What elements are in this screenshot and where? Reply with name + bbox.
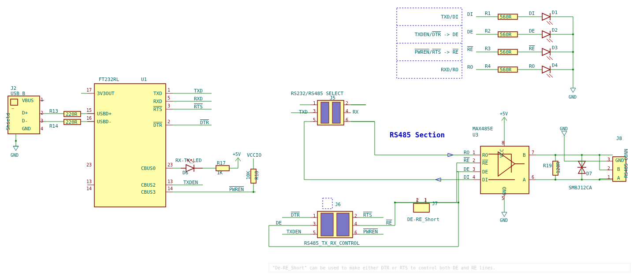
svg-text:220R: 220R: [66, 119, 78, 125]
svg-text:5: 5: [168, 96, 170, 100]
svg-text:TXDEN: TXDEN: [287, 229, 301, 235]
svg-text:4: 4: [41, 126, 43, 131]
svg-text:D4: D4: [552, 63, 558, 68]
svg-text:Shield: Shield: [5, 113, 11, 130]
svg-marker-147: [542, 48, 550, 55]
usb-connector: J2 USB_B ⎓ VBUS D+ D- GND Shield 1 2 3 4…: [5, 85, 44, 158]
svg-text:DE: DE: [482, 169, 488, 175]
svg-point-316: [599, 179, 600, 181]
svg-rect-268: [413, 203, 429, 212]
svg-marker-134: [542, 31, 550, 38]
svg-text:GND: GND: [560, 126, 568, 131]
svg-text:GND: GND: [22, 126, 31, 132]
svg-point-168: [572, 51, 574, 53]
u1-output-nets: TXD RXD RTS DTR: [173, 88, 212, 125]
svg-text:RX-TX_LED: RX-TX_LED: [175, 158, 202, 163]
svg-text:4: 4: [473, 175, 475, 180]
svg-rect-241: [337, 213, 349, 236]
svg-text:15: 15: [86, 108, 92, 113]
svg-rect-175: [321, 102, 329, 123]
svg-text:RE: RE: [467, 47, 473, 52]
j6-control: J6 12 34 56 DTR RTS DE RE TXDEN PWREN RS…: [269, 163, 458, 247]
svg-text:2: 2: [416, 198, 419, 203]
svg-point-286: [555, 179, 556, 181]
svg-text:13: 13: [86, 179, 92, 184]
svg-text:DTR: DTR: [200, 120, 209, 125]
svg-text:⎓: ⎓: [11, 106, 14, 111]
svg-text:R19: R19: [543, 163, 552, 169]
svg-text:GND: GND: [569, 95, 577, 99]
svg-text:DI: DI: [467, 11, 473, 17]
svg-text:DE-RE_Short: DE-RE_Short: [407, 217, 439, 222]
svg-text:5: 5: [502, 196, 504, 201]
led-row-3: RO R4 560R RO D4: [467, 63, 573, 77]
svg-text:3V3OUT: 3V3OUT: [97, 91, 115, 96]
svg-text:8: 8: [502, 140, 504, 145]
u1-ref: U1: [141, 77, 147, 82]
svg-text:D3: D3: [552, 45, 558, 51]
led-row-2: RE R3 560R RE D3: [467, 45, 573, 60]
svg-text:VCC: VCC: [499, 149, 505, 158]
svg-text:3: 3: [41, 118, 43, 123]
svg-point-293: [581, 154, 583, 156]
svg-text:TXD: TXD: [299, 109, 308, 115]
svg-text:RS485 CONN: RS485 CONN: [623, 149, 629, 178]
svg-text:2: 2: [473, 158, 475, 163]
svg-point-169: [572, 69, 574, 70]
svg-text:DE: DE: [276, 220, 282, 226]
svg-text:13: 13: [168, 179, 173, 184]
svg-text:CBUS3: CBUS3: [141, 189, 156, 195]
svg-text:+5V: +5V: [500, 111, 508, 116]
svg-text:R2: R2: [485, 28, 491, 34]
svg-text:1: 1: [168, 88, 170, 92]
svg-rect-176: [332, 102, 340, 123]
svg-text:U3: U3: [473, 132, 478, 138]
svg-text:RE: RE: [464, 158, 469, 163]
svg-text:RXD/RO: RXD/RO: [441, 67, 458, 73]
svg-text:DI: DI: [529, 11, 535, 16]
svg-text:RE: RE: [529, 46, 535, 52]
svg-text:1: 1: [41, 97, 43, 102]
svg-text:VCCIO: VCCIO: [247, 152, 261, 158]
svg-rect-240: [321, 213, 333, 236]
svg-text:RS485_TX_RX_CONTROL: RS485_TX_RX_CONTROL: [304, 240, 360, 246]
svg-text:DTR: DTR: [153, 122, 162, 128]
svg-text:MAX485E: MAX485E: [473, 126, 493, 132]
svg-text:TXDEN/DTR -> DE: TXDEN/DTR -> DE: [415, 32, 458, 37]
svg-text:J7: J7: [432, 201, 438, 206]
led-row-1: DE R2 560R DE D2: [467, 27, 573, 42]
svg-text:R13: R13: [49, 108, 58, 114]
svg-text:1K: 1K: [217, 170, 223, 176]
svg-text:R14: R14: [49, 123, 58, 129]
svg-text:RTS: RTS: [153, 107, 162, 112]
svg-text:RO: RO: [482, 152, 488, 158]
svg-text:14: 14: [86, 186, 92, 191]
svg-text:+5V: +5V: [233, 152, 241, 157]
svg-text:R3: R3: [485, 46, 491, 52]
svg-text:SMBJ12CA: SMBJ12CA: [569, 185, 592, 191]
schematic-canvas: J2 USB_B ⎓ VBUS D+ D- GND Shield 1 2 3 4…: [0, 0, 644, 280]
svg-text:560R: 560R: [500, 14, 512, 20]
svg-rect-237: [323, 198, 332, 209]
svg-text:DE: DE: [529, 28, 535, 34]
svg-marker-160: [542, 66, 550, 73]
svg-text:RX: RX: [353, 109, 359, 115]
rs485-output: R19 120R D7 SMBJ12CA GND J8 RS485 CONN 3…: [536, 126, 629, 191]
svg-text:RTS: RTS: [194, 104, 203, 110]
svg-text:RE: RE: [482, 160, 488, 166]
svg-text:D6: D6: [182, 170, 188, 176]
svg-point-16: [15, 140, 17, 142]
svg-text:14: 14: [168, 186, 173, 191]
svg-text:560R: 560R: [500, 32, 512, 37]
rx-tx-led-circuit: 23 D6 RX-TX_LED R17 1K +5V: [168, 152, 241, 176]
svg-text:RTS: RTS: [363, 212, 372, 218]
svg-text:RXD: RXD: [194, 96, 203, 102]
footnote: "De-RE_Short" can be used to make either…: [272, 265, 495, 271]
svg-marker-170: [570, 88, 576, 92]
svg-text:J8: J8: [616, 136, 622, 141]
svg-text:TXD: TXD: [153, 91, 162, 96]
svg-text:A: A: [617, 175, 620, 181]
svg-text:DI: DI: [464, 174, 469, 180]
svg-text:2: 2: [41, 111, 43, 115]
svg-text:16: 16: [86, 116, 92, 121]
